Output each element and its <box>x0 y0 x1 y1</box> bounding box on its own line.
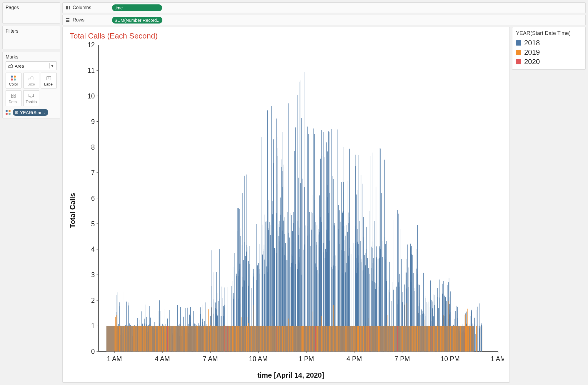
svg-rect-1324 <box>442 326 458 351</box>
svg-rect-1333 <box>311 326 311 351</box>
filters-title: Filters <box>6 29 57 34</box>
svg-rect-714 <box>296 150 296 351</box>
columns-icon <box>65 5 70 10</box>
svg-rect-8 <box>66 6 67 9</box>
rows-pill[interactable]: SUM(Number Record.. <box>112 17 162 24</box>
marks-color-button[interactable]: Color <box>6 73 21 88</box>
svg-rect-282 <box>307 127 308 351</box>
svg-rect-1329 <box>276 326 277 351</box>
legend-item[interactable]: 2018 <box>516 38 582 48</box>
svg-text:3: 3 <box>91 271 95 279</box>
svg-rect-1323 <box>426 326 442 351</box>
svg-rect-1312 <box>250 326 266 351</box>
svg-rect-1306 <box>154 326 170 351</box>
chart-area[interactable]: Total Calls (Each Second) Total Calls 01… <box>62 27 510 383</box>
chart-plot[interactable]: 01234567891011121 AM4 AM7 AM10 AM1 PM4 P… <box>77 42 504 370</box>
marks-type-select[interactable]: Area ▾ <box>6 61 57 70</box>
svg-rect-628 <box>338 130 338 351</box>
svg-rect-1317 <box>330 326 346 351</box>
svg-text:7: 7 <box>91 169 95 176</box>
marks-label-button[interactable]: T Label <box>41 73 57 88</box>
svg-rect-13 <box>66 21 69 22</box>
pages-title: Pages <box>6 5 57 10</box>
chevron-down-icon[interactable]: ▾ <box>49 63 55 68</box>
legend-label: 2018 <box>524 39 540 47</box>
svg-text:4 PM: 4 PM <box>347 355 362 363</box>
svg-rect-122 <box>302 179 302 351</box>
legend-swatch <box>516 50 521 55</box>
svg-rect-1319 <box>362 326 378 351</box>
svg-rect-1320 <box>378 326 394 351</box>
marks-type-label: Area <box>15 63 24 68</box>
svg-rect-1322 <box>410 326 426 351</box>
svg-rect-1313 <box>266 326 282 351</box>
svg-point-0 <box>29 78 30 80</box>
columns-pill[interactable]: time <box>112 4 162 11</box>
marks-tooltip-button[interactable]: Tooltip <box>23 90 39 106</box>
svg-text:2: 2 <box>91 297 95 304</box>
svg-text:1: 1 <box>91 322 95 330</box>
svg-text:4 AM: 4 AM <box>155 355 170 363</box>
svg-rect-463 <box>273 139 274 351</box>
svg-text:10 PM: 10 PM <box>441 355 460 363</box>
y-axis-label: Total Calls <box>68 42 77 379</box>
svg-rect-1314 <box>282 326 298 351</box>
filters-panel[interactable]: Filters <box>2 26 60 49</box>
color-icon <box>11 75 16 81</box>
rows-label: Rows <box>73 17 84 23</box>
svg-rect-1285 <box>477 326 477 351</box>
svg-rect-597 <box>298 178 298 351</box>
svg-rect-771 <box>301 80 301 351</box>
svg-text:8: 8 <box>91 143 95 151</box>
svg-rect-7 <box>14 96 15 98</box>
svg-rect-787 <box>477 307 478 351</box>
x-axis-label: time [April 14, 2020] <box>77 370 504 379</box>
svg-rect-1311 <box>234 326 250 351</box>
svg-rect-273 <box>475 334 476 351</box>
svg-text:1 AM: 1 AM <box>491 355 504 363</box>
svg-rect-161 <box>305 72 305 351</box>
svg-rect-1310 <box>218 326 234 351</box>
svg-text:7 PM: 7 PM <box>394 355 410 363</box>
svg-rect-325 <box>288 103 288 351</box>
svg-rect-9 <box>67 6 68 9</box>
columns-shelf[interactable]: Columns time <box>62 2 586 13</box>
svg-rect-1325 <box>458 326 474 351</box>
legend-label: 2020 <box>524 58 540 66</box>
svg-text:12: 12 <box>87 42 95 49</box>
legend-swatch <box>516 59 521 64</box>
svg-text:0: 0 <box>91 348 95 355</box>
svg-rect-1318 <box>346 326 362 351</box>
svg-rect-1336 <box>367 326 367 351</box>
pages-panel[interactable]: Pages <box>2 2 60 24</box>
svg-rect-1282 <box>476 326 477 351</box>
legend-item[interactable]: 2019 <box>516 48 582 57</box>
marks-color-pill[interactable]: ⊞ YEAR(Start . <box>13 109 48 116</box>
svg-rect-1307 <box>170 326 186 351</box>
legend-swatch <box>516 40 521 46</box>
chart-title: Total Calls (Each Second) <box>70 31 504 41</box>
svg-rect-1335 <box>227 326 227 351</box>
svg-rect-1331 <box>397 326 398 351</box>
rows-icon <box>65 17 70 23</box>
svg-text:1 PM: 1 PM <box>299 355 314 363</box>
svg-rect-5 <box>14 94 15 96</box>
legend-title: YEAR(Start Date Time) <box>516 30 582 36</box>
rows-shelf[interactable]: Rows SUM(Number Record.. <box>62 15 586 25</box>
svg-rect-10 <box>69 6 70 9</box>
marks-detail-button[interactable]: Detail <box>6 90 21 106</box>
marks-title: Marks <box>6 54 57 60</box>
legend-item[interactable]: 2020 <box>516 57 582 66</box>
color-icon <box>6 110 11 115</box>
svg-rect-1308 <box>186 326 202 351</box>
svg-rect-1305 <box>138 326 154 351</box>
marks-size-button[interactable]: Size <box>23 73 39 88</box>
svg-rect-769 <box>310 155 310 351</box>
svg-rect-750 <box>380 149 381 351</box>
svg-rect-1328 <box>224 326 224 351</box>
legend[interactable]: YEAR(Start Date Time) 201820192020 <box>512 27 586 70</box>
svg-rect-1309 <box>202 326 218 351</box>
svg-rect-1321 <box>394 326 410 351</box>
svg-rect-1315 <box>298 326 314 351</box>
svg-rect-845 <box>481 323 482 351</box>
